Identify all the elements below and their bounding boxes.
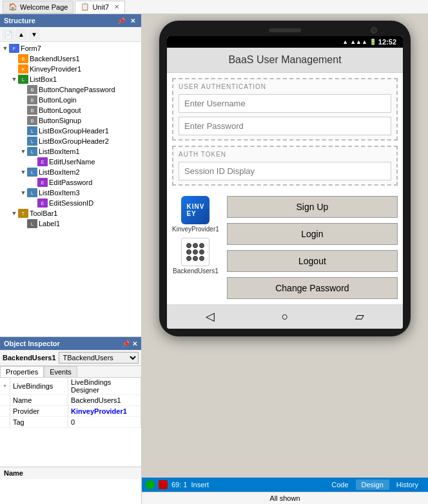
tree-item-lbgh2[interactable]: L ListBoxGroupHeader2 [0, 136, 141, 146]
label1-icon: L [27, 219, 37, 228]
changepassword-button[interactable]: Change Password [227, 277, 398, 299]
toggle-lbi2[interactable]: ▼ [19, 169, 27, 175]
backendusers1-label: BackendUsers1 [30, 55, 80, 63]
editsessionid-label: EditSessionID [49, 199, 93, 207]
inspector-tab-events[interactable]: Events [44, 366, 77, 377]
tree-item-btnlogout[interactable]: B ButtonLogout [0, 105, 141, 115]
inspector-header: Object Inspector 📌 ✕ [0, 337, 141, 350]
wifi-icon: ▲ [342, 39, 348, 45]
signup-button[interactable]: Sign Up [227, 196, 398, 218]
btnchangepwd-icon: B [27, 85, 37, 94]
prop-row-tag[interactable]: Tag 0 [0, 417, 141, 428]
inspector-footer: Name [0, 467, 141, 479]
history-tab[interactable]: History [391, 480, 424, 490]
tree-item-toolbar1[interactable]: ▼ T ToolBar1 [0, 208, 141, 218]
token-section: AUTH TOKEN [172, 146, 398, 186]
tab-welcome[interactable]: 🏠 Welcome Page [3, 1, 73, 14]
password-input[interactable] [179, 117, 391, 135]
tree-item-form7[interactable]: ▼ F Form7 [0, 43, 141, 53]
toggle-toolbar1[interactable]: ▼ [10, 210, 18, 217]
expand-provider [0, 406, 10, 416]
tree-item-lbi3[interactable]: ▼ L ListBoxItem3 [0, 188, 141, 198]
toggle-listbox1[interactable]: ▼ [10, 76, 18, 82]
expand-livebindings[interactable]: + [0, 378, 10, 394]
toolbar1-label: ToolBar1 [30, 209, 57, 217]
tree-item-kinveyprovider1[interactable]: K KinveyProvider1 [0, 64, 141, 74]
prop-row-name[interactable]: Name BackendUsers1 [0, 395, 141, 406]
recent-nav-icon[interactable]: ▱ [355, 309, 364, 324]
tree-item-backendusers1[interactable]: B BackendUsers1 [0, 53, 141, 64]
buttons-col: Sign Up Login Logout Change Password [227, 196, 398, 299]
tree-item-btnsignup[interactable]: B ButtonSignup [0, 115, 141, 126]
tree-item-lbi2[interactable]: ▼ L ListBoxItem2 [0, 167, 141, 177]
inspector-tab-properties[interactable]: Properties [0, 366, 44, 377]
inspector-empty-space [0, 428, 141, 467]
kinvey-icon: K [18, 64, 28, 73]
kinveyprovider-component[interactable]: KINVEY KinveyProvider1 [172, 196, 219, 233]
editpassword-label: EditPassword [49, 179, 92, 186]
btnlogout-label: ButtonLogout [39, 106, 81, 114]
phone-mockup: ▲ ▲▲▲ 🔋 12:52 BaaS User Management USER … [159, 21, 411, 336]
toggle-form7[interactable]: ▼ [1, 45, 9, 52]
phone-screen: ▲ ▲▲▲ 🔋 12:52 BaaS User Management USER … [167, 36, 403, 329]
btnlogin-icon: B [27, 95, 37, 104]
tree-item-editsessionid[interactable]: E EditSessionID [0, 198, 141, 208]
tree-item-editpassword[interactable]: E EditPassword [0, 177, 141, 188]
inspector-selector-row: BackendUsers1 TBackendUsers [0, 350, 141, 366]
close-inspector-icon[interactable]: ✕ [132, 340, 137, 347]
tree-item-listbox1[interactable]: ▼ L ListBox1 [0, 74, 141, 84]
close-structure-icon[interactable]: ✕ [128, 16, 137, 25]
pin-icon[interactable]: 📌 [117, 16, 126, 25]
code-tab[interactable]: Code [326, 480, 354, 490]
structure-toolbar-btn2[interactable]: ▲ [15, 28, 27, 40]
btnlogout-icon: B [27, 106, 37, 115]
toggle-kinvey [10, 66, 18, 72]
structure-panel: Structure 📌 ✕ 📄 ▲ ▼ ▼ F Form7 [0, 14, 142, 336]
listbox1-icon: L [18, 75, 28, 84]
tree-item-label1[interactable]: L Label1 [0, 218, 141, 229]
pin-inspector-icon[interactable]: 📌 [122, 340, 130, 347]
design-tab[interactable]: Design [356, 480, 389, 490]
tree-item-btnlogin[interactable]: B ButtonLogin [0, 95, 141, 105]
stop-button[interactable] [159, 480, 168, 489]
tree-item-lbi1[interactable]: ▼ L ListBoxItem1 [0, 146, 141, 157]
label1-label: Label1 [39, 220, 60, 228]
close-tab-icon[interactable]: ✕ [114, 3, 119, 10]
auth-section-header: USER AUTHENTICATION [179, 83, 391, 90]
prop-value-provider: KinveyProvider1 [68, 406, 141, 416]
btnlogin-label: ButtonLogin [39, 96, 77, 104]
logout-button[interactable]: Logout [227, 250, 398, 272]
lbi1-icon: L [27, 147, 37, 156]
battery-icon: 🔋 [369, 39, 376, 45]
tree-item-btnchangepwd[interactable]: B ButtonChangePassword [0, 84, 141, 95]
status-right: Code Design History [326, 480, 424, 490]
app-title-bar: BaaS User Management [167, 48, 403, 73]
login-button[interactable]: Login [227, 223, 398, 245]
username-input[interactable] [179, 94, 391, 113]
prop-row-livebindings[interactable]: + LiveBindings LiveBindings Designer [0, 378, 141, 395]
run-button[interactable] [146, 480, 155, 489]
session-input[interactable] [179, 162, 391, 180]
structure-toolbar-btn3[interactable]: ▼ [28, 28, 40, 40]
tree-item-lbgh1[interactable]: L ListBoxGroupHeader1 [0, 126, 141, 136]
signal-icon: ▲▲▲ [350, 39, 367, 45]
prop-row-provider[interactable]: Provider KinveyProvider1 [0, 406, 141, 417]
toggle-lbi1[interactable]: ▼ [19, 148, 27, 155]
lbgh1-label: ListBoxGroupHeader1 [39, 127, 109, 135]
tab-unit7[interactable]: 📋 Unit7 ✕ [75, 1, 125, 14]
status-bar: ▲ ▲▲▲ 🔋 12:52 [167, 36, 403, 48]
structure-toolbar-btn1[interactable]: 📄 [3, 28, 14, 40]
inspector-type-select[interactable]: TBackendUsers [59, 352, 139, 363]
toggle-lbi3[interactable]: ▼ [19, 189, 27, 196]
home-nav-icon[interactable]: ○ [282, 310, 289, 324]
backend-component-label: BackendUsers1 [173, 267, 219, 275]
auth-section: USER AUTHENTICATION [172, 78, 398, 141]
tree-item-editusername[interactable]: E EditUserName [0, 157, 141, 167]
back-nav-icon[interactable]: ◁ [206, 309, 215, 324]
expand-tag [0, 417, 10, 427]
backendusers-component[interactable]: BackendUsers1 [173, 238, 219, 275]
properties-table: + LiveBindings LiveBindings Designer Nam… [0, 378, 141, 428]
app-title: BaaS User Management [228, 54, 341, 65]
phone-nav-bar: ◁ ○ ▱ [167, 304, 403, 329]
lbi2-icon: L [27, 168, 37, 177]
